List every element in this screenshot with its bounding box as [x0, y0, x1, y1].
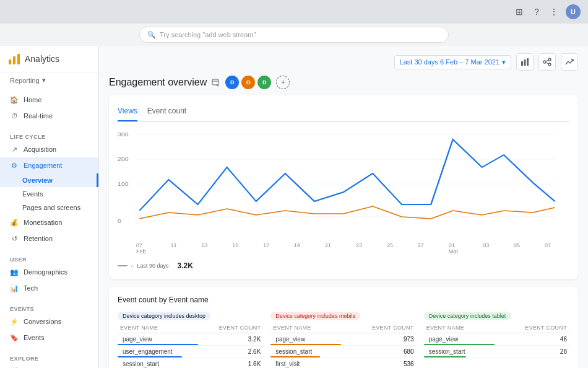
svg-point-8	[548, 63, 551, 66]
svg-text:100: 100	[118, 181, 129, 187]
sidebar-item-monetisation-label: Monetisation	[24, 219, 62, 226]
tablet-event-name-header: EVENT NAME	[424, 323, 495, 333]
x-label: 01Mar	[449, 242, 459, 255]
table-row: session_start 680	[270, 346, 416, 358]
grid-icon[interactable]: ⊞	[514, 6, 525, 17]
event-count-cell: 3.2K	[198, 333, 264, 346]
x-label: 07	[545, 242, 551, 255]
svg-point-6	[548, 58, 551, 61]
date-range-button[interactable]: Last 30 days 6 Feb – 7 Mar 2021 ▾	[394, 55, 511, 69]
chart-tabs: Views Event count	[118, 104, 569, 122]
tech-icon: 📊	[10, 284, 19, 292]
sidebar-item-demographics[interactable]: 👥 Demographics	[0, 264, 98, 280]
menu-icon[interactable]: ⋮	[548, 6, 560, 17]
sidebar-item-analysis[interactable]: 📈 Analysis	[0, 363, 98, 368]
event-count-cell: 2.6K	[198, 346, 264, 358]
event-count-title: Event count by Event name	[118, 296, 569, 304]
chrome-bar: ⊞ ? ⋮ U	[0, 0, 588, 24]
events-icon: 🔖	[10, 333, 19, 342]
svg-rect-3	[521, 61, 523, 66]
table-row: page_view 3.2K	[118, 333, 263, 346]
tablet-event-table: EVENT NAME EVENT COUNT page_view 46 sess…	[424, 323, 569, 358]
sidebar-item-acquisition-label: Acquisition	[24, 146, 56, 153]
svg-line-9	[546, 60, 548, 61]
sidebar-item-tech[interactable]: 📊 Tech	[0, 280, 98, 296]
desktop-badge: Device category includes desktop	[118, 312, 210, 320]
svg-rect-2	[17, 54, 20, 64]
tablet-badge: Device category includes tablet	[424, 312, 511, 320]
sidebar-item-tech-label: Tech	[24, 284, 38, 292]
x-label: 27	[418, 242, 424, 255]
share-icon	[543, 58, 551, 66]
main-content: Last 30 days 6 Feb – 7 Mar 2021 ▾	[99, 46, 588, 368]
desktop-event-count-header: EVENT COUNT	[198, 323, 264, 333]
conversions-icon: ⚡	[10, 317, 19, 326]
share-icon-button[interactable]	[538, 53, 556, 71]
retention-icon: ↺	[10, 234, 19, 243]
x-label: 19	[294, 242, 300, 255]
user-avatar[interactable]: U	[566, 4, 581, 19]
svg-rect-1	[13, 56, 15, 64]
event-count-cell: 28	[495, 346, 569, 358]
avatar-2: O	[241, 76, 255, 89]
sidebar-item-retention[interactable]: ↺ Retention	[0, 230, 98, 247]
tab-views[interactable]: Views	[118, 104, 137, 121]
sidebar-item-acquisition[interactable]: ↗ Acquisition	[0, 141, 98, 157]
sidebar-item-events[interactable]: 🔖 Events	[0, 330, 98, 346]
user-section: USER 👥 Demographics 📊 Tech	[0, 250, 98, 300]
engagement-chart: 300 200 100 0	[118, 127, 569, 239]
svg-rect-0	[9, 59, 11, 64]
x-label: 15	[232, 242, 238, 255]
url-bar[interactable]: 🔍 Try searching "add web stream"	[139, 27, 449, 43]
help-icon[interactable]: ?	[531, 6, 542, 17]
tab-event-count[interactable]: Event count	[147, 104, 186, 121]
sidebar-item-home[interactable]: 🏠 Home	[0, 92, 98, 108]
engagement-overview-header: Engagement overview D O D +	[109, 76, 578, 89]
sidebar-item-monetisation[interactable]: 💰 Monetisation	[0, 214, 98, 230]
reporting-section-header[interactable]: Reporting ▾	[0, 72, 98, 88]
x-label: 13	[201, 242, 207, 255]
event-count-card: Event count by Event name Device categor…	[109, 287, 578, 368]
event-tables-row: Device category includes desktop EVENT N…	[118, 309, 569, 368]
monetisation-icon: 💰	[10, 218, 19, 227]
sidebar-item-engagement-label: Engagement	[24, 162, 62, 169]
event-name-cell: page_view	[424, 333, 495, 346]
table-row: page_view 46	[424, 333, 569, 346]
svg-point-7	[543, 61, 546, 63]
chevron-down-icon: ▾	[502, 58, 506, 66]
sidebar-item-home-label: Home	[24, 96, 41, 103]
x-label: 07Feb	[136, 242, 146, 255]
report-icon-button[interactable]	[516, 53, 534, 71]
url-bar-area: 🔍 Try searching "add web stream"	[0, 24, 588, 46]
event-count-cell: 680	[341, 346, 416, 358]
search-icon: 🔍	[147, 31, 156, 39]
home-icon: 🏠	[10, 95, 19, 104]
chart-area: 300 200 100 0	[118, 127, 569, 239]
sidebar-item-events-label: Events	[24, 334, 45, 341]
tablet-event-count-header: EVENT COUNT	[495, 323, 569, 333]
sidebar-sub-pages[interactable]: Pages and screens	[0, 201, 98, 214]
trend-icon-button[interactable]	[561, 53, 578, 71]
x-label: 03	[483, 242, 489, 255]
sidebar-item-conversions[interactable]: ⚡ Conversions	[0, 313, 98, 330]
mobile-badge: Device category includes mobile	[270, 312, 360, 320]
sidebar-item-engagement[interactable]: ⚙ Engagement	[0, 157, 98, 173]
url-text: Try searching "add web stream"	[160, 31, 256, 38]
events-section-title: EVENTS	[0, 304, 98, 313]
event-name-cell: session_start	[118, 358, 198, 369]
sidebar-item-realtime[interactable]: ⏱ Real-time	[0, 108, 98, 124]
sidebar-sub-events[interactable]: Events	[0, 187, 98, 201]
add-collaborator-button[interactable]: +	[276, 76, 290, 89]
sidebar-header: Analytics	[0, 46, 98, 72]
chart-value: 3.2K	[178, 261, 193, 270]
sidebar-item-conversions-label: Conversions	[24, 318, 61, 325]
x-label: 11	[170, 242, 176, 255]
chevron-down-icon: ▾	[42, 76, 46, 84]
tablet-table-section: Device category includes tablet EVENT NA…	[424, 309, 569, 368]
event-name-cell: first_visit	[270, 358, 341, 369]
event-name-cell: page_view	[270, 333, 341, 346]
avatar-3: D	[257, 76, 271, 89]
sidebar-sub-overview[interactable]: Overview	[0, 173, 98, 187]
chart-legend: ← Last 90 days	[118, 263, 169, 269]
table-row: session_start 1.6K	[118, 358, 263, 369]
